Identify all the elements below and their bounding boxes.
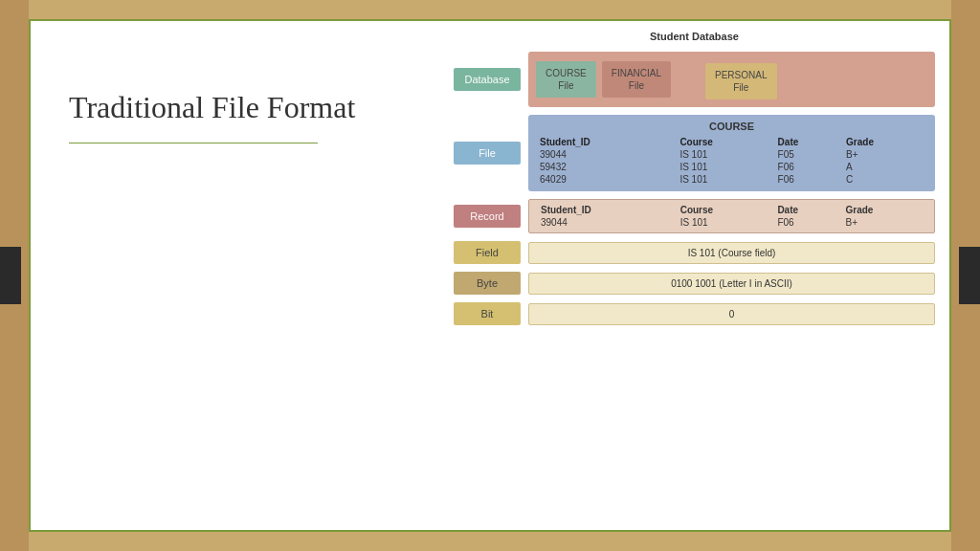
record-row-item: 39044IS 101F06B+	[537, 216, 926, 229]
slide: Traditional File Format Student Database…	[29, 19, 951, 532]
table-cell: A	[842, 161, 927, 173]
col-course: Course	[676, 136, 773, 148]
table-cell: B+	[842, 148, 927, 161]
financial-file-box: FINANCIAL File	[602, 61, 671, 98]
rec-col-date: Date	[773, 204, 841, 216]
table-row: 39044IS 101F05B+	[536, 148, 927, 161]
bit-label: Bit	[454, 302, 521, 325]
table-cell: 39044	[536, 148, 676, 161]
financial-file-sub: File	[612, 79, 661, 92]
financial-file-name: FINANCIAL	[612, 67, 661, 79]
field-row: Field IS 101 (Course field)	[454, 241, 935, 264]
rec-col-grade: Grade	[842, 204, 926, 216]
field-label: Field	[454, 241, 521, 264]
table-cell: 64029	[536, 173, 676, 186]
bit-row: Bit 0	[454, 302, 935, 325]
bit-value: 0	[528, 303, 935, 325]
course-file-sub: File	[546, 79, 587, 92]
col-grade: Grade	[842, 136, 927, 148]
personal-file-sub: File	[715, 81, 767, 94]
right-content: Student Database Database COURSE File FI…	[444, 21, 949, 530]
record-cell: B+	[842, 216, 926, 229]
record-container: Student_ID Course Date Grade 39044IS 101…	[528, 199, 935, 233]
course-table-container: COURSE Student_ID Course Date Grade 3904…	[528, 115, 935, 191]
database-label: Database	[454, 68, 521, 91]
record-table: Student_ID Course Date Grade 39044IS 101…	[537, 204, 926, 229]
database-row: Database COURSE File FINANCIAL File PERS…	[454, 52, 935, 107]
student-db-label: Student Database	[454, 31, 935, 42]
col-date: Date	[774, 136, 842, 148]
table-cell: F05	[774, 148, 842, 161]
field-value: IS 101 (Course field)	[528, 242, 935, 264]
course-file-name: COURSE	[546, 67, 587, 79]
slide-title: Traditional File Format	[69, 88, 415, 128]
record-cell: 39044	[537, 216, 677, 229]
personal-file-box: PERSONAL File	[705, 63, 776, 99]
course-table-title: COURSE	[536, 121, 927, 132]
table-row: 64029IS 101F06C	[536, 173, 927, 186]
col-studentid: Student_ID	[536, 136, 676, 148]
table-cell: IS 101	[676, 148, 773, 161]
byte-label: Byte	[454, 272, 521, 295]
course-table: Student_ID Course Date Grade 39044IS 101…	[536, 136, 927, 186]
byte-value: 0100 1001 (Letter I in ASCII)	[528, 273, 935, 295]
record-cell: F06	[773, 216, 841, 229]
course-file-box: COURSE File	[536, 61, 596, 98]
rec-col-studentid: Student_ID	[537, 204, 677, 216]
table-cell: C	[842, 173, 927, 186]
file-row: File COURSE Student_ID Course Date Grade…	[454, 115, 935, 191]
record-cell: IS 101	[677, 216, 774, 229]
record-row: Record Student_ID Course Date Grade 3904…	[454, 199, 935, 233]
byte-row: Byte 0100 1001 (Letter I in ASCII)	[454, 272, 935, 295]
file-label: File	[454, 142, 521, 165]
bookend-left	[0, 247, 21, 304]
rec-col-course: Course	[677, 204, 774, 216]
database-container: COURSE File FINANCIAL File PERSONAL File	[528, 52, 935, 107]
table-cell: F06	[774, 161, 842, 173]
table-row: 59432IS 101F06A	[536, 161, 927, 173]
table-cell: IS 101	[676, 161, 773, 173]
title-underline	[69, 143, 318, 143]
table-cell: F06	[774, 173, 842, 186]
table-cell: IS 101	[676, 173, 773, 186]
table-cell: 59432	[536, 161, 676, 173]
left-content: Traditional File Format	[31, 21, 444, 530]
record-label: Record	[454, 205, 521, 228]
personal-file-name: PERSONAL	[715, 69, 767, 81]
bookend-right	[959, 247, 980, 304]
